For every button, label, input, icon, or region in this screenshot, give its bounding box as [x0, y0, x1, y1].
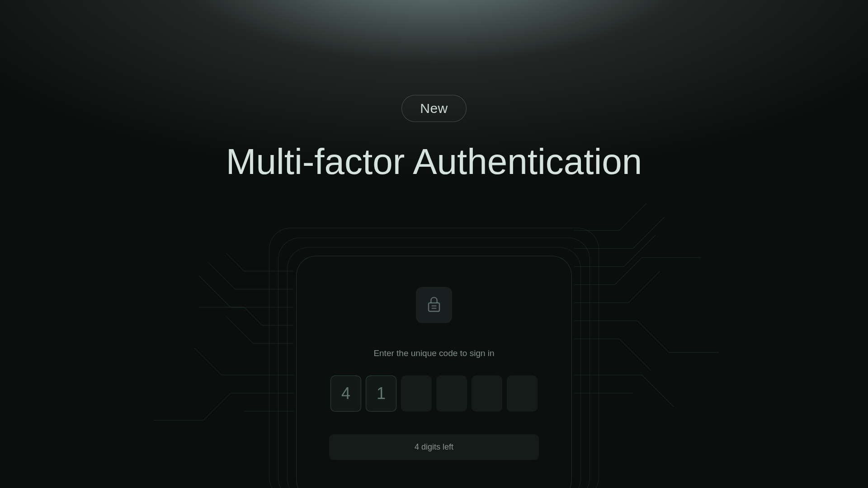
lock-icon — [427, 296, 441, 314]
code-digit-6[interactable] — [507, 375, 538, 412]
auth-card: Enter the unique code to sign in 4 1 4 d… — [296, 256, 572, 488]
code-digit-3[interactable] — [401, 375, 432, 412]
new-badge: New — [401, 95, 467, 122]
device-stack: Enter the unique code to sign in 4 1 4 d… — [276, 228, 592, 472]
lock-icon-box — [416, 287, 452, 323]
code-digit-2[interactable]: 1 — [366, 375, 396, 412]
code-digit-4[interactable] — [436, 375, 467, 412]
page-title: Multi-factor Authentication — [226, 141, 642, 183]
badge-label: New — [420, 101, 448, 116]
auth-instruction: Enter the unique code to sign in — [373, 348, 494, 358]
svg-rect-0 — [429, 303, 439, 311]
code-input-row: 4 1 — [330, 375, 538, 412]
status-bar: 4 digits left — [329, 434, 539, 460]
code-digit-5[interactable] — [472, 375, 502, 412]
status-text: 4 digits left — [415, 442, 453, 451]
code-digit-1[interactable]: 4 — [330, 375, 361, 412]
